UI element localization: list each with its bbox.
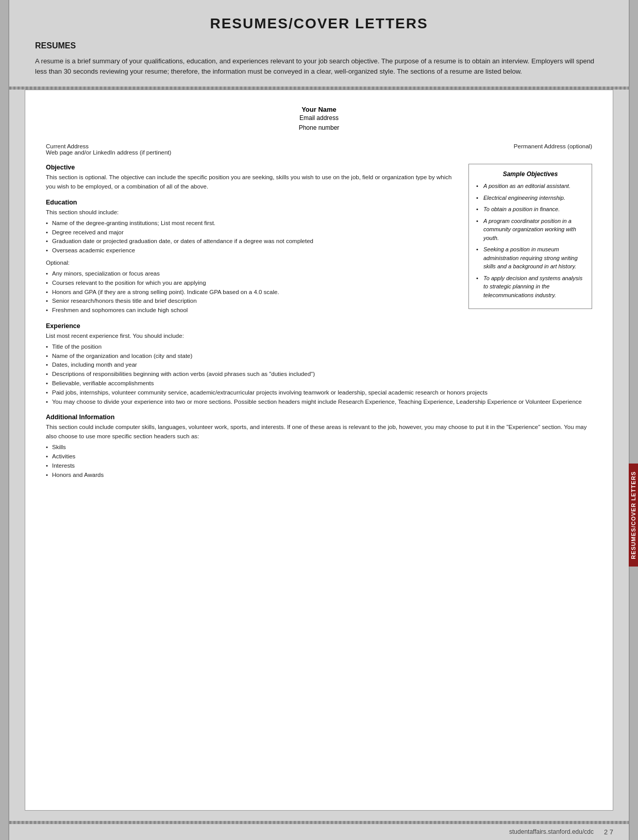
objective-section: Objective This section is optional. The … [46,164,458,192]
page-title: RESUMES/COVER LETTERS [9,0,629,40]
exp-bullet-1: Title of the position [46,342,592,352]
edu-opt-1: Any minors, specialization or focus area… [46,269,458,279]
edu-opt-5: Freshmen and sophomores can include high… [46,306,458,315]
exp-bullet-3: Dates, including month and year [46,361,592,370]
objective-title: Objective [46,164,458,171]
additional-info-section: Additional Information This section coul… [46,414,592,479]
current-address: Current Address Web page and/or LinkedIn… [46,143,171,156]
edu-opt-2: Courses relevant to the position for whi… [46,279,458,288]
experience-title: Experience [46,322,592,330]
sample-obj-6: To apply decision and systems analysis t… [476,274,584,300]
resumes-heading: RESUMES [35,40,603,52]
resume-email: Email address [46,113,592,123]
exp-bullet-6: Paid jobs, internships, volunteer commun… [46,388,592,398]
left-content-col: Objective This section is optional. The … [46,164,458,322]
right-tab-text: RESUMES/COVER LETTERS [630,471,636,559]
objective-section-row: Objective This section is optional. The … [46,164,592,322]
sample-objectives-box: Sample Objectives A position as an edito… [468,164,592,309]
sample-obj-2: Electrical engineering internship. [476,194,584,202]
right-border: RESUMES/COVER LETTERS [629,0,638,840]
edu-opt-4: Senior research/honors thesis title and … [46,297,458,306]
footer-page: 2 7 [604,828,613,836]
resume-name: Your Name [46,106,592,113]
footer-area: studentaffairs.stanford.edu/cdc 2 7 [9,824,629,840]
left-border [0,0,9,840]
education-title: Education [46,199,458,206]
main-content: RESUMES/COVER LETTERS RESUMES A resume i… [9,0,629,840]
experience-bullets: Title of the position Name of the organi… [46,342,592,407]
add-bullet-2: Activities [46,452,592,461]
additional-info-bullets: Skills Activities Interests Honors and A… [46,443,592,479]
sample-obj-5: Seeking a position in museum administrat… [476,245,584,271]
edu-opt-3: Honors and GPA (if they are a strong sel… [46,288,458,297]
resume-header: Your Name Email address Phone number [46,106,592,133]
exp-bullet-7: You may choose to divide your experience… [46,398,592,407]
education-bullet-1: Name of the degree-granting institutions… [46,219,458,228]
intro-body: A resume is a brief summary of your qual… [35,56,603,76]
education-optional-bullets: Any minors, specialization or focus area… [46,269,458,315]
permanent-address: Permanent Address (optional) [514,143,592,156]
sample-obj-1: A position as an editorial assistant. [476,182,584,191]
exp-bullet-5: Believable, verifiable accomplishments [46,379,592,388]
education-bullet-4: Overseas academic experience [46,246,458,255]
footer-url: studentaffairs.stanford.edu/cdc [509,828,594,836]
intro-section: RESUMES A resume is a brief summary of y… [9,40,629,87]
add-bullet-1: Skills [46,443,592,452]
add-bullet-4: Honors and Awards [46,471,592,480]
education-optional-label: Optional: [46,259,458,268]
page-container: RESUMES/COVER LETTERS RESUMES A resume i… [0,0,638,840]
education-bullet-2: Degree received and major [46,228,458,237]
sample-objectives-title: Sample Objectives [476,170,584,178]
right-tab: RESUMES/COVER LETTERS [629,464,638,567]
experience-body: List most recent experience first. You s… [46,332,592,341]
resume-phone: Phone number [46,123,592,133]
sample-objectives-list: A position as an editorial assistant. El… [476,182,584,299]
address-row: Current Address Web page and/or LinkedIn… [46,143,592,156]
education-body: This section should include: [46,208,458,217]
exp-bullet-4: Descriptions of responsibilities beginni… [46,370,592,379]
sample-obj-3: To obtain a position in finance. [476,205,584,214]
education-bullets: Name of the degree-granting institutions… [46,219,458,255]
exp-bullet-2: Name of the organization and location (c… [46,352,592,361]
objective-body: This section is optional. The objective … [46,173,458,192]
permanent-address-label: Permanent Address (optional) [514,143,592,149]
current-address-sub: Web page and/or LinkedIn address (if per… [46,149,171,156]
experience-section: Experience List most recent experience f… [46,322,592,407]
additional-info-body: This section could include computer skil… [46,423,592,441]
add-bullet-3: Interests [46,461,592,471]
sample-obj-4: A program coordinator position in a comm… [476,217,584,243]
education-section: Education This section should include: N… [46,199,458,315]
additional-info-title: Additional Information [46,414,592,421]
document-area: Your Name Email address Phone number Cur… [25,90,613,811]
education-bullet-3: Graduation date or projected graduation … [46,237,458,246]
current-address-label: Current Address [46,143,171,149]
